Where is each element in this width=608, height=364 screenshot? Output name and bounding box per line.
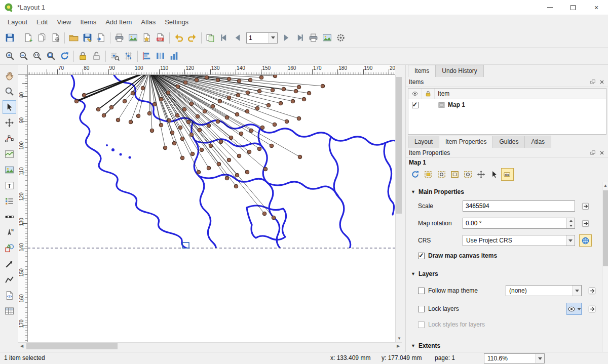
add-north-arrow-button[interactable]: N [3,226,16,239]
section-extents[interactable]: ▼ Extents [411,342,602,349]
scroll-up-icon[interactable]: ▲ [602,182,608,189]
first-feature-button[interactable] [217,31,231,45]
dock-tab-undo-history[interactable]: Undo History [435,65,483,77]
export-as-svg-button[interactable] [140,31,154,45]
rotation-data-defined-button[interactable] [579,217,592,229]
refresh-view-button[interactable] [58,49,71,63]
map-rotation-input[interactable] [463,218,566,228]
view-current-map-scale-button[interactable] [462,168,474,181]
float-panel-button[interactable] [589,149,597,157]
export-as-pdf-button[interactable]: PDF [154,31,167,45]
add-node-item-button[interactable] [3,273,16,287]
dock-tab-items[interactable]: Items [408,65,436,77]
snap-to-grid-button[interactable] [122,49,135,63]
scroll-down-icon[interactable]: ▼ [396,335,403,342]
distribute-items-button[interactable] [154,49,167,63]
unlock-items-button[interactable] [90,49,103,63]
spin-down-button[interactable] [567,223,575,228]
menu-settings[interactable]: Settings [160,16,193,28]
scale-input[interactable] [463,200,575,212]
zoom-tool-button[interactable] [3,85,16,98]
duplicate-layout-button[interactable] [35,31,49,45]
close-panel-button[interactable] [598,149,606,157]
add-shape-button[interactable] [3,241,16,255]
resize-items-button[interactable] [167,49,181,63]
scrollbar-thumb[interactable] [396,77,402,214]
map-theme-combobox[interactable]: (none) [506,285,582,296]
load-from-template-button[interactable] [94,31,108,45]
close-button[interactable]: × [585,0,608,15]
add-scalebar-button[interactable] [3,210,16,224]
zoom-level-combobox[interactable]: 110.6% [484,353,545,363]
export-as-image-button[interactable] [126,31,140,45]
map-item[interactable] [28,75,395,342]
atlas-page-combo[interactable] [246,32,278,44]
atlas-page-input[interactable] [247,34,269,42]
save-as-template-button[interactable] [81,31,94,45]
move-item-content-button[interactable] [3,116,16,130]
add-items-from-template-button[interactable] [67,31,81,45]
crs-combobox[interactable]: Use Project CRS [463,235,575,246]
add-attribute-table-button[interactable] [3,304,16,318]
scrollbar-thumb[interactable] [26,343,118,349]
scroll-right-icon[interactable]: ▶ [395,343,402,350]
redo-button[interactable] [185,31,199,45]
align-items-button[interactable] [140,49,154,63]
pan-tool-button[interactable] [3,69,16,83]
canvas-horizontal-scrollbar[interactable]: ◀ ▶ [18,342,402,349]
edit-nodes-item-button[interactable] [3,132,16,145]
menu-atlas[interactable]: Atlas [136,16,160,28]
labeling-settings-button[interactable]: abc [501,168,514,181]
menu-view[interactable]: View [52,16,75,28]
scroll-left-icon[interactable]: ◀ [18,343,25,350]
set-map-scale-button[interactable] [448,168,461,181]
tab-item-properties[interactable]: Item Properties [439,136,493,148]
previous-feature-button[interactable] [231,31,245,45]
draw-map-canvas-items-checkbox[interactable] [418,253,425,259]
print-layout-button[interactable] [112,31,126,45]
layout-canvas[interactable] [28,75,395,342]
set-map-canvas-extent-button[interactable] [422,168,435,181]
items-list-row[interactable]: Map 1 [408,99,606,110]
lock-layers-data-defined-button[interactable] [586,303,598,315]
show-grid-button[interactable] [108,49,122,63]
menu-items[interactable]: Items [75,16,101,28]
select-move-item-button[interactable] [3,100,16,114]
add-picture-button[interactable] [3,163,16,177]
lock-layers-checkbox[interactable] [418,306,425,312]
float-panel-button[interactable] [589,78,597,86]
new-layout-button[interactable]: + [21,31,35,45]
layout-manager-button[interactable] [49,31,62,45]
update-map-preview-button[interactable] [409,168,422,181]
next-feature-button[interactable] [279,31,293,45]
add-label-button[interactable]: T [3,179,16,192]
lock-items-button[interactable] [76,49,90,63]
print-atlas-button[interactable] [307,31,320,45]
atlas-settings-button[interactable] [334,31,348,45]
menu-edit[interactable]: Edit [32,16,52,28]
export-atlas-button[interactable] [320,31,334,45]
minimize-button[interactable] [538,0,561,15]
add-legend-button[interactable] [3,194,16,208]
spin-up-button[interactable] [567,218,575,223]
theme-data-defined-button[interactable] [586,285,598,297]
tab-layout[interactable]: Layout [408,136,439,148]
map-rotation-spinbox[interactable] [463,218,575,229]
save-project-button[interactable] [3,31,17,45]
section-main-properties[interactable]: ▼ Main Properties [411,188,602,195]
close-panel-button[interactable] [598,78,606,86]
canvas-vertical-scrollbar[interactable]: ▼ [395,75,402,342]
scrollbar-thumb[interactable] [603,190,608,266]
move-map-content-button[interactable] [475,168,487,181]
menu-add-item[interactable]: Add Item [101,16,136,28]
add-html-button[interactable]: </> [3,289,16,302]
select-crs-button[interactable] [579,234,592,247]
view-current-map-extent-button[interactable] [435,168,448,181]
section-layers[interactable]: ▼ Layers [411,270,602,277]
add-map-button[interactable] [3,147,16,161]
zoom-full-button[interactable] [44,49,58,63]
tab-atlas[interactable]: Atlas [524,136,551,148]
maximize-button[interactable] [561,0,585,15]
item-visibility-checkbox[interactable] [412,102,419,108]
visibility-presets-button[interactable] [566,303,582,315]
